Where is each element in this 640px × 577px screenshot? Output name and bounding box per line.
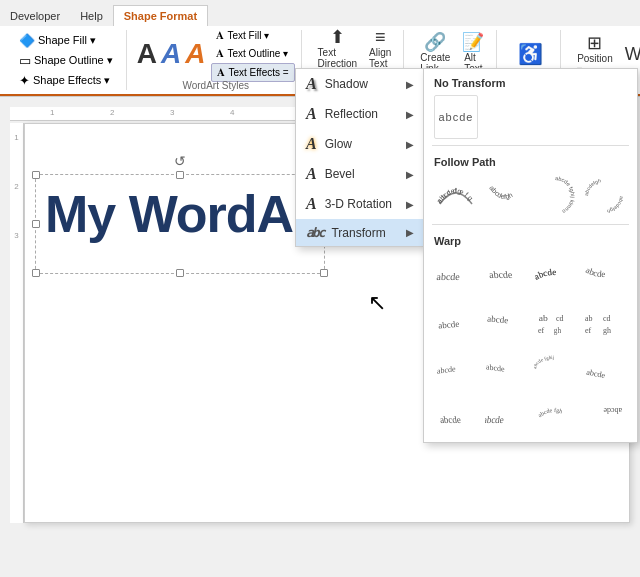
ruler-horizontal: 1 2 3 4 (10, 107, 630, 121)
tab-developer[interactable]: Developer (0, 6, 70, 26)
position-button[interactable]: ⊞ Position ▾ (573, 32, 617, 77)
accessibility-group: ♿ Accessi... (501, 30, 561, 90)
wordart-samples: A A A (137, 40, 206, 68)
slide[interactable]: My WordArt ↺ (24, 123, 630, 523)
wordart-styles-group: A A A 𝐀 Text Fill ▾ 𝐀 Text Outline ▾ 𝐀 (131, 30, 302, 90)
accessibility-button[interactable]: ♿ (514, 42, 547, 66)
links-group: 🔗 CreateLink 📝 AltText Text (408, 30, 497, 90)
text-group-label: Text (345, 80, 363, 91)
text-fill-button[interactable]: 𝐀 Text Fill ▾ (211, 27, 294, 44)
align-text-icon: ≡ (375, 28, 386, 46)
text-direction-group: ⬆ TextDirection ▾ ≡ AlignText ▾ Text (306, 30, 405, 90)
shape-fill-button[interactable]: 🔷 Shape Fill ▾ (14, 31, 118, 50)
text-effects-button[interactable]: 𝐀 Text Effects = (211, 63, 294, 82)
text-outline-icon: 𝐀 (216, 47, 224, 60)
text-fill-icon: 𝐀 (216, 29, 224, 42)
tab-bar: Developer Help Shape Format (0, 0, 640, 26)
shape-outline-icon: ▭ (19, 53, 31, 68)
shape-styles-group: 🔷 Shape Fill ▾ ▭ Shape Outline ▾ ✦ Shape… (6, 30, 127, 90)
handle-ml[interactable] (32, 220, 40, 228)
shape-buttons: 🔷 Shape Fill ▾ ▭ Shape Outline ▾ ✦ Shape… (14, 30, 118, 90)
accessibility-icon: ♿ (518, 44, 543, 64)
wordart-styles-label: WordArt Styles (182, 80, 249, 91)
tab-help[interactable]: Help (70, 6, 113, 26)
canvas-inner: 1 2 3 My WordArt ↺ (10, 123, 630, 523)
ribbon: Developer Help Shape Format 🔷 Shape Fill… (0, 0, 640, 97)
text-direction-button[interactable]: ⬆ TextDirection ▾ (314, 26, 361, 82)
handle-bl[interactable] (32, 269, 40, 277)
shape-effects-button[interactable]: ✦ Shape Effects ▾ (14, 71, 118, 90)
wordart-sample-1[interactable]: A (137, 40, 157, 68)
position-group: ⊞ Position ▾ W (565, 30, 640, 90)
text-group-label2: Text (443, 79, 461, 90)
wordart-sample-3[interactable]: A (185, 40, 205, 68)
ribbon-toolbar: 🔷 Shape Fill ▾ ▭ Shape Outline ▾ ✦ Shape… (0, 26, 640, 96)
wordart-sample-2[interactable]: A (161, 40, 181, 68)
position-icon: ⊞ (587, 34, 602, 52)
handle-mr[interactable] (320, 220, 328, 228)
handle-tm[interactable] (176, 171, 184, 179)
tab-shape-format[interactable]: Shape Format (113, 5, 208, 26)
selection-box: ↺ (35, 174, 325, 274)
handle-bm[interactable] (176, 269, 184, 277)
create-link-icon: 🔗 (424, 33, 446, 51)
create-link-button[interactable]: 🔗 CreateLink (416, 31, 454, 76)
accessibility-label: Accessi... (509, 79, 552, 90)
alt-text-button[interactable]: 📝 AltText (458, 31, 488, 76)
rotate-handle[interactable]: ↺ (174, 153, 186, 169)
handle-br[interactable] (320, 269, 328, 277)
alt-text-icon: 📝 (462, 33, 484, 51)
handle-tr[interactable] (320, 171, 328, 179)
wrap-text-icon: W (625, 45, 640, 63)
canvas-area: 1 2 3 4 1 2 3 My WordArt ↺ (0, 97, 640, 527)
text-outline-button[interactable]: 𝐀 Text Outline ▾ (211, 45, 294, 62)
shape-effects-icon: ✦ (19, 73, 30, 88)
text-direction-icon: ⬆ (330, 28, 345, 46)
handle-tl[interactable] (32, 171, 40, 179)
ruler-vertical: 1 2 3 (10, 123, 24, 523)
shape-outline-button[interactable]: ▭ Shape Outline ▾ (14, 51, 118, 70)
align-text-button[interactable]: ≡ AlignText ▾ (365, 26, 395, 82)
shape-fill-icon: 🔷 (19, 33, 35, 48)
text-effects-icon: 𝐀 (217, 66, 225, 79)
wrap-text-button[interactable]: W (621, 43, 640, 65)
